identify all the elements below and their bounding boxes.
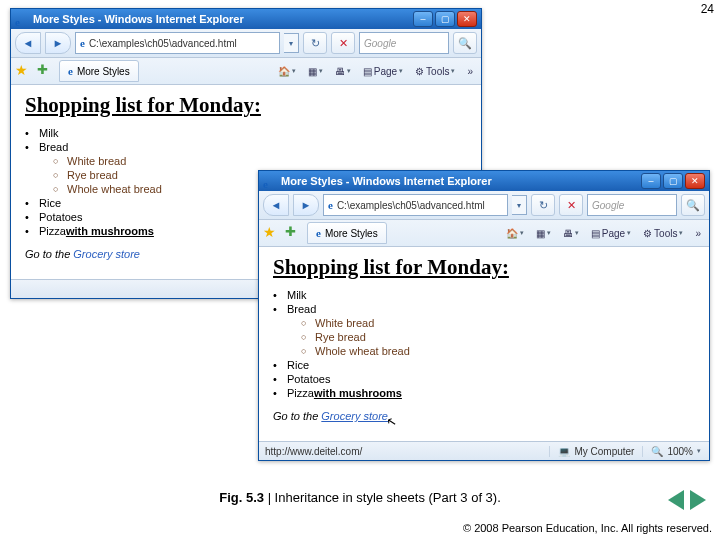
cursor-icon: ↖ xyxy=(383,413,398,431)
favorites-icon[interactable]: ★ xyxy=(263,224,281,242)
list-item: Milk xyxy=(273,288,695,302)
close-button[interactable]: ✕ xyxy=(685,173,705,189)
refresh-button[interactable]: ↻ xyxy=(531,194,555,216)
print-button[interactable]: 🖶▾ xyxy=(331,66,355,77)
titlebar[interactable]: e More Styles - Windows Internet Explore… xyxy=(11,9,481,29)
browser-window-2: e More Styles - Windows Internet Explore… xyxy=(258,170,710,461)
list-item: Pizza with mushrooms xyxy=(273,386,695,400)
status-zoom[interactable]: 🔍 100% ▾ xyxy=(642,446,709,457)
tab-more-styles[interactable]: eMore Styles xyxy=(307,222,387,244)
search-go-button[interactable]: 🔍 xyxy=(681,194,705,216)
refresh-button[interactable]: ↻ xyxy=(303,32,327,54)
list-item: Bread xyxy=(273,302,695,316)
list-item: Potatoes xyxy=(273,372,695,386)
feeds-button[interactable]: ▦▾ xyxy=(532,228,555,239)
status-zone: 💻 My Computer xyxy=(549,446,642,457)
list-item: Rice xyxy=(273,358,695,372)
slide-number: 24 xyxy=(701,2,714,16)
window-title: More Styles - Windows Internet Explorer xyxy=(33,13,413,25)
back-button[interactable]: ◄ xyxy=(263,194,289,216)
grocery-link[interactable]: Grocery store xyxy=(321,410,388,422)
page-heading: Shopping list for Monday: xyxy=(273,255,695,280)
figure-caption: Fig. 5.3 | Inheritance in style sheets (… xyxy=(0,490,720,505)
copyright: © 2008 Pearson Education, Inc. All right… xyxy=(463,522,712,534)
page-content: Shopping list for Monday: Milk Bread Whi… xyxy=(259,247,709,441)
address-text: C:\examples\ch05\advanced.html xyxy=(89,38,237,49)
back-button[interactable]: ◄ xyxy=(15,32,41,54)
favorites-icon[interactable]: ★ xyxy=(15,62,33,80)
forward-button[interactable]: ► xyxy=(293,194,319,216)
feeds-button[interactable]: ▦▾ xyxy=(304,66,327,77)
minimize-button[interactable]: – xyxy=(413,11,433,27)
home-button[interactable]: 🏠▾ xyxy=(502,228,528,239)
search-go-button[interactable]: 🔍 xyxy=(453,32,477,54)
add-favorite-icon[interactable]: ✚ xyxy=(37,62,55,80)
address-bar[interactable]: eC:\examples\ch05\advanced.html xyxy=(323,194,508,216)
stop-button[interactable]: ✕ xyxy=(559,194,583,216)
print-button[interactable]: 🖶▾ xyxy=(559,228,583,239)
maximize-button[interactable]: ▢ xyxy=(435,11,455,27)
add-favorite-icon[interactable]: ✚ xyxy=(285,224,303,242)
home-button[interactable]: 🏠▾ xyxy=(274,66,300,77)
list-item: Whole wheat bread xyxy=(273,344,695,358)
minimize-button[interactable]: – xyxy=(641,173,661,189)
address-dropdown[interactable]: ▾ xyxy=(512,195,527,215)
chevron-more[interactable]: » xyxy=(691,228,705,239)
tab-label: More Styles xyxy=(325,228,378,239)
grocery-link[interactable]: Grocery store xyxy=(73,248,140,260)
tools-menu[interactable]: ⚙ Tools▾ xyxy=(411,66,459,77)
page-menu[interactable]: ▤ Page▾ xyxy=(359,66,407,77)
titlebar[interactable]: e More Styles - Windows Internet Explore… xyxy=(259,171,709,191)
maximize-button[interactable]: ▢ xyxy=(663,173,683,189)
goto-line: Go to the Grocery store ↖ xyxy=(273,410,695,422)
search-input[interactable]: Google xyxy=(359,32,449,54)
search-input[interactable]: Google xyxy=(587,194,677,216)
tools-menu[interactable]: ⚙ Tools▾ xyxy=(639,228,687,239)
stop-button[interactable]: ✕ xyxy=(331,32,355,54)
page-heading: Shopping list for Monday: xyxy=(25,93,467,118)
prev-slide-button[interactable] xyxy=(668,490,684,510)
tab-label: More Styles xyxy=(77,66,130,77)
forward-button[interactable]: ► xyxy=(45,32,71,54)
status-url: http://www.deitel.com/ xyxy=(259,446,549,457)
tab-more-styles[interactable]: eMore Styles xyxy=(59,60,139,82)
window-title: More Styles - Windows Internet Explorer xyxy=(281,175,641,187)
list-item: Rye bread xyxy=(273,330,695,344)
close-button[interactable]: ✕ xyxy=(457,11,477,27)
slide-nav xyxy=(668,490,706,510)
next-slide-button[interactable] xyxy=(690,490,706,510)
page-menu[interactable]: ▤ Page▾ xyxy=(587,228,635,239)
ie-icon: e xyxy=(15,12,29,26)
address-dropdown[interactable]: ▾ xyxy=(284,33,299,53)
list-item: White bread xyxy=(273,316,695,330)
list-item: Bread xyxy=(25,140,467,154)
list-item: Milk xyxy=(25,126,467,140)
chevron-more[interactable]: » xyxy=(463,66,477,77)
list-item: White bread xyxy=(25,154,467,168)
ie-icon: e xyxy=(263,174,277,188)
address-text: C:\examples\ch05\advanced.html xyxy=(337,200,485,211)
status-bar: http://www.deitel.com/ 💻 My Computer 🔍 1… xyxy=(259,441,709,460)
address-bar[interactable]: eC:\examples\ch05\advanced.html xyxy=(75,32,280,54)
